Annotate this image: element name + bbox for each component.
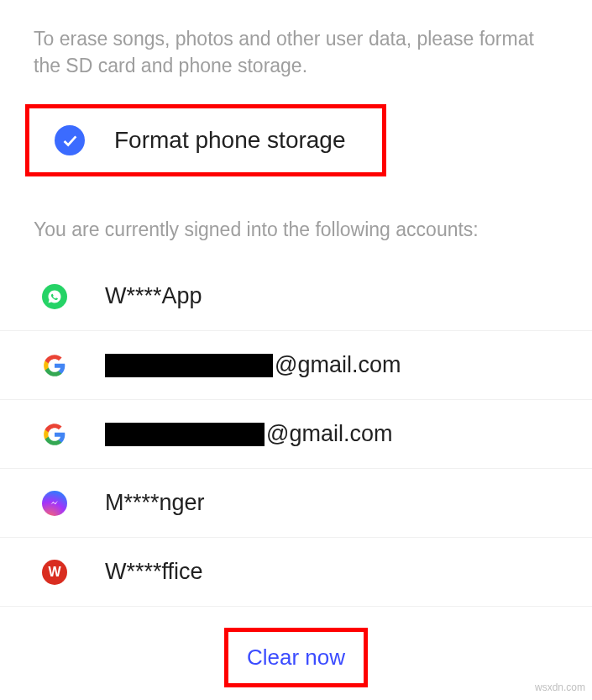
account-label: @gmail.com: [105, 352, 401, 378]
account-label: W****App: [105, 283, 202, 309]
wps-icon: W: [42, 560, 67, 585]
account-row-wps: W W****ffice: [0, 538, 592, 607]
account-row-google-2: @gmail.com: [0, 400, 592, 469]
clear-now-button[interactable]: Clear now: [224, 628, 368, 687]
redacted-text: [105, 354, 273, 377]
format-phone-storage-option[interactable]: Format phone storage: [25, 104, 386, 176]
google-icon: [42, 422, 67, 447]
redacted-text: [105, 423, 265, 446]
google-icon: [42, 353, 67, 378]
account-row-messenger: M****nger: [0, 469, 592, 538]
account-label: W****ffice: [105, 559, 203, 585]
watermark-text: wsxdn.com: [535, 682, 585, 693]
accounts-header-text: You are currently signed into the follow…: [0, 176, 592, 262]
account-label: @gmail.com: [105, 421, 392, 447]
whatsapp-icon: [42, 284, 67, 309]
description-text: To erase songs, photos and other user da…: [0, 0, 592, 96]
account-row-google-1: @gmail.com: [0, 331, 592, 400]
format-option-label: Format phone storage: [114, 127, 346, 154]
account-row-whatsapp: W****App: [0, 262, 592, 331]
account-label: M****nger: [105, 490, 205, 516]
checkbox-checked-icon: [55, 125, 85, 155]
clear-now-label: Clear now: [247, 645, 345, 671]
messenger-icon: [42, 491, 67, 516]
